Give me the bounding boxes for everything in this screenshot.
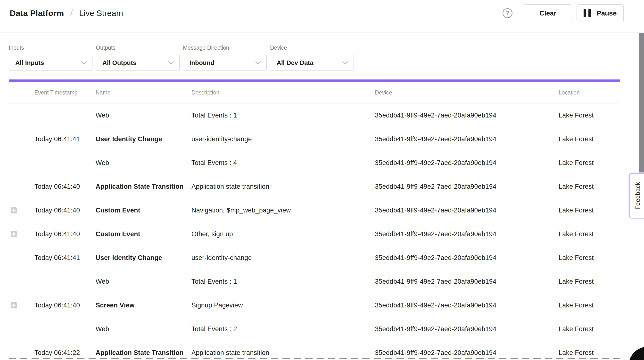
vertical-scrollbar-thumb[interactable] xyxy=(639,33,644,173)
event-name-cell: Custom Event xyxy=(96,222,189,246)
event-location-cell: Lake Forest xyxy=(558,127,626,151)
expand-cell xyxy=(11,293,28,317)
event-description-cell: Total Events : 1 xyxy=(192,270,371,293)
table-row[interactable]: Today 06:41:40 Screen View Signup Pagevi… xyxy=(0,293,644,317)
breadcrumb: Data Platform / Live Stream xyxy=(10,8,123,18)
table-row[interactable]: Today 06:41:22 Application State Transit… xyxy=(0,341,644,360)
inputs-dropdown[interactable]: All Inputs xyxy=(9,55,92,70)
device-dropdown[interactable]: All Dev Data xyxy=(270,55,354,70)
header-actions: ? Clear Pause xyxy=(502,4,624,22)
filter-outputs-label: Outputs xyxy=(96,45,180,51)
event-location-cell: Lake Forest xyxy=(558,222,626,246)
event-timestamp-cell xyxy=(34,270,94,293)
column-header-device: Device xyxy=(375,82,392,103)
event-description-cell: user-identity-change xyxy=(192,127,371,151)
chevron-down-icon xyxy=(81,61,87,65)
table-row[interactable]: Today 06:41:40 Custom Event Other, sign … xyxy=(0,222,644,246)
feedback-tab[interactable]: Feedback xyxy=(629,173,644,218)
event-device-cell: 35eddb41-9ff9-49e2-7aed-20afa90eb194 xyxy=(375,293,554,317)
event-timestamp-cell: Today 06:41:22 xyxy=(34,341,94,360)
column-header-description: Description xyxy=(192,82,219,103)
breadcrumb-section[interactable]: Data Platform xyxy=(10,8,64,18)
chevron-down-icon xyxy=(168,61,174,65)
filter-device: Device All Dev Data xyxy=(270,45,354,70)
filter-outputs: Outputs All Outputs xyxy=(96,45,180,70)
event-location-cell: Lake Forest xyxy=(558,317,626,341)
filter-message-direction-label: Message Direction xyxy=(183,45,267,51)
filter-device-label: Device xyxy=(270,45,354,51)
event-description-cell: user-identity-change xyxy=(192,246,371,270)
table-row[interactable]: Today 06:41:41 User Identity Change user… xyxy=(0,246,644,270)
table-row[interactable]: Today 06:41:40 Custom Event Navigation, … xyxy=(0,198,644,222)
event-location-cell: Lake Forest xyxy=(558,151,626,175)
pause-icon xyxy=(584,9,591,17)
table-row[interactable]: Web Total Events : 1 35eddb41-9ff9-49e2-… xyxy=(0,270,644,293)
event-description-cell: Total Events : 1 xyxy=(192,103,371,127)
event-name-cell: User Identity Change xyxy=(96,127,189,151)
table-row[interactable]: Web Total Events : 4 35eddb41-9ff9-49e2-… xyxy=(0,151,644,175)
expand-plus-icon[interactable] xyxy=(11,231,17,237)
outputs-dropdown-value: All Outputs xyxy=(102,59,136,67)
clear-button[interactable]: Clear xyxy=(524,4,572,22)
event-table-body: Web Total Events : 1 35eddb41-9ff9-49e2-… xyxy=(0,103,644,360)
expand-cell xyxy=(11,341,28,360)
pause-button[interactable]: Pause xyxy=(576,4,624,22)
event-device-cell: 35eddb41-9ff9-49e2-7aed-20afa90eb194 xyxy=(375,103,554,127)
event-name-cell: User Identity Change xyxy=(96,246,189,270)
event-timestamp-cell: Today 06:41:40 xyxy=(34,175,94,198)
event-name-cell: Screen View xyxy=(96,293,189,317)
table-row[interactable]: Today 06:41:41 User Identity Change user… xyxy=(0,127,644,151)
event-name-cell: Web xyxy=(96,103,189,127)
event-name-cell: Application State Transition xyxy=(96,175,189,198)
event-description-cell: Total Events : 4 xyxy=(192,151,371,175)
page-title: Live Stream xyxy=(79,8,123,18)
column-header-event-timestamp: Event Timestamp xyxy=(34,82,78,103)
message-direction-dropdown[interactable]: Inbound xyxy=(183,55,267,70)
help-icon[interactable]: ? xyxy=(502,8,512,18)
expand-cell xyxy=(11,198,28,222)
message-direction-dropdown-value: Inbound xyxy=(190,59,214,67)
outputs-dropdown[interactable]: All Outputs xyxy=(96,55,180,70)
expand-plus-icon[interactable] xyxy=(11,302,17,308)
event-timestamp-cell: Today 06:41:40 xyxy=(34,222,94,246)
event-device-cell: 35eddb41-9ff9-49e2-7aed-20afa90eb194 xyxy=(375,127,554,151)
event-description-cell: Application state transition xyxy=(192,341,371,360)
event-name-cell: Web xyxy=(96,151,189,175)
event-timestamp-cell: Today 06:41:40 xyxy=(34,293,94,317)
event-location-cell: Lake Forest xyxy=(558,341,626,360)
expand-cell xyxy=(11,270,28,293)
event-name-cell: Web xyxy=(96,317,189,341)
event-timestamp-cell: Today 06:41:41 xyxy=(34,127,94,151)
batch-divider xyxy=(9,358,620,359)
filter-message-direction: Message Direction Inbound xyxy=(183,45,267,70)
chevron-down-icon xyxy=(342,61,348,65)
event-location-cell: Lake Forest xyxy=(558,293,626,317)
event-timestamp-cell xyxy=(34,103,94,127)
event-location-cell: Lake Forest xyxy=(558,270,626,293)
event-location-cell: Lake Forest xyxy=(558,198,626,222)
event-device-cell: 35eddb41-9ff9-49e2-7aed-20afa90eb194 xyxy=(375,270,554,293)
inputs-dropdown-value: All Inputs xyxy=(15,59,44,67)
event-location-cell: Lake Forest xyxy=(558,103,626,127)
event-description-cell: Signup Pageview xyxy=(192,293,371,317)
event-name-cell: Custom Event xyxy=(96,198,189,222)
expand-cell xyxy=(11,175,28,198)
expand-cell xyxy=(11,246,28,270)
accent-bar xyxy=(9,79,620,82)
event-device-cell: 35eddb41-9ff9-49e2-7aed-20afa90eb194 xyxy=(375,175,554,198)
device-dropdown-value: All Dev Data xyxy=(276,59,314,67)
expand-cell xyxy=(11,151,28,175)
expand-cell xyxy=(11,103,28,127)
event-timestamp-cell xyxy=(34,317,94,341)
expand-plus-icon[interactable] xyxy=(11,207,17,213)
column-header-name: Name xyxy=(96,82,110,103)
breadcrumb-separator: / xyxy=(70,8,73,18)
feedback-tab-label: Feedback xyxy=(634,182,641,209)
table-row[interactable]: Web Total Events : 1 35eddb41-9ff9-49e2-… xyxy=(0,103,644,127)
app-header: Data Platform / Live Stream ? Clear Paus… xyxy=(0,0,644,32)
event-location-cell: Lake Forest xyxy=(558,175,626,198)
table-row[interactable]: Web Total Events : 2 35eddb41-9ff9-49e2-… xyxy=(0,317,644,341)
expand-cell xyxy=(11,317,28,341)
expand-cell xyxy=(11,127,28,151)
table-row[interactable]: Today 06:41:40 Application State Transit… xyxy=(0,175,644,198)
